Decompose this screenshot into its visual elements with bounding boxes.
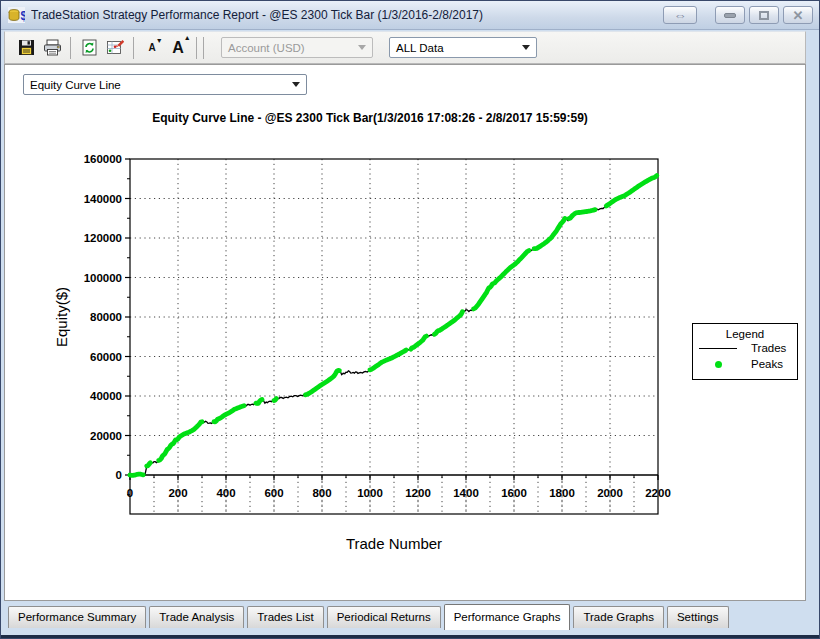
- report-tabbar: Performance SummaryTrade AnalysisTrades …: [8, 604, 806, 631]
- peaks-markers: [569, 210, 595, 219]
- peaks-markers: [370, 350, 406, 370]
- tab-settings[interactable]: Settings: [667, 606, 729, 628]
- peaks-markers: [256, 400, 262, 404]
- data-range-combobox[interactable]: ALL Data: [389, 37, 537, 58]
- print-button[interactable]: [39, 36, 65, 60]
- toolbar-separator: [70, 37, 71, 59]
- report-settings-icon: [106, 39, 124, 56]
- graph-type-combobox-value: Equity Curve Line: [30, 79, 121, 91]
- close-icon: ✕: [793, 9, 804, 22]
- peaks-markers: [306, 370, 340, 395]
- svg-text:$: $: [21, 9, 26, 23]
- save-icon: [18, 39, 35, 56]
- legend-entry-peaks: Peaks: [693, 356, 797, 372]
- x-tick-label: 1400: [453, 487, 479, 499]
- account-combobox[interactable]: Account (USD): [221, 37, 373, 58]
- report-settings-button[interactable]: [102, 36, 128, 60]
- x-tick-label: 800: [312, 487, 331, 499]
- x-tick-label: 1600: [501, 487, 527, 499]
- tab-periodical-returns[interactable]: Periodical Returns: [327, 606, 441, 628]
- account-combobox-value: Account (USD): [228, 42, 305, 54]
- peaks-markers: [434, 312, 462, 335]
- y-tick-label: 0: [116, 469, 122, 481]
- chevron-down-icon: [358, 45, 366, 50]
- increase-font-button[interactable]: A▲: [165, 36, 191, 60]
- y-tick-label: 140000: [84, 193, 122, 205]
- legend-label-trades: Trades: [751, 342, 786, 354]
- x-tick-label: 1200: [405, 487, 431, 499]
- y-tick-label: 160000: [84, 153, 122, 165]
- chevron-down-icon: [522, 45, 530, 50]
- y-tick-label: 20000: [90, 430, 122, 442]
- tab-performance-summary[interactable]: Performance Summary: [8, 606, 146, 628]
- tab-trade-graphs[interactable]: Trade Graphs: [573, 606, 664, 628]
- graph-type-combobox[interactable]: Equity Curve Line: [23, 74, 307, 95]
- legend-label-peaks: Peaks: [751, 358, 783, 370]
- x-tick-label: 1000: [357, 487, 383, 499]
- equity-curve-chart: 0200400600800100012001400160018002000220…: [5, 105, 807, 602]
- restore-button[interactable]: [749, 6, 779, 24]
- refresh-button[interactable]: [76, 36, 102, 60]
- y-axis-title: Equity($): [53, 287, 70, 347]
- double-horizontal-arrow-icon: ⇔: [674, 8, 687, 23]
- print-icon: [43, 39, 62, 56]
- x-tick-label: 1800: [549, 487, 575, 499]
- peaks-markers: [474, 251, 529, 309]
- x-axis-title: Trade Number: [346, 535, 442, 552]
- toolbar: A▼ A▲ Account (USD) ALL Data: [4, 31, 806, 64]
- x-tick-label: 2000: [597, 487, 623, 499]
- tab-performance-graphs[interactable]: Performance Graphs: [444, 604, 571, 630]
- y-tick-label: 60000: [90, 351, 122, 363]
- title-bar[interactable]: $ TradeStation Strategy Performance Repo…: [1, 1, 819, 30]
- data-range-combobox-value: ALL Data: [396, 42, 444, 54]
- legend-entry-trades: Trades: [693, 340, 797, 356]
- window-title: TradeStation Strategy Performance Report…: [31, 8, 663, 22]
- peaks-markers: [411, 336, 427, 349]
- chart-legend: Legend Trades Peaks: [692, 323, 798, 380]
- toolbar-separator: [133, 37, 134, 59]
- trades-line: [130, 176, 657, 476]
- x-tick-label: 600: [264, 487, 283, 499]
- decrease-font-button[interactable]: A▼: [139, 36, 165, 60]
- dock-toggle-button[interactable]: ⇔: [663, 6, 697, 24]
- restore-icon: [759, 11, 769, 20]
- peaks-markers: [159, 422, 202, 461]
- x-tick-label: 200: [168, 487, 187, 499]
- toolbar-separator: [203, 37, 204, 59]
- refresh-icon: [81, 39, 98, 56]
- peaks-markers: [274, 399, 276, 401]
- x-tick-label: 2200: [645, 487, 671, 499]
- y-tick-label: 100000: [84, 272, 122, 284]
- increase-font-icon: A▲: [172, 39, 184, 57]
- peaks-markers: [147, 463, 151, 466]
- y-tick-label: 40000: [90, 390, 122, 402]
- y-tick-label: 80000: [90, 311, 122, 323]
- app-icon: $: [8, 7, 25, 23]
- window-bottom-edge: [1, 635, 819, 638]
- app-window: $ TradeStation Strategy Performance Repo…: [0, 0, 820, 639]
- chevron-down-icon: [292, 82, 300, 87]
- peaks-markers: [130, 474, 143, 475]
- minimize-icon: [724, 13, 736, 18]
- toolbar-separator: [196, 37, 197, 59]
- save-button[interactable]: [13, 36, 39, 60]
- x-tick-label: 400: [216, 487, 235, 499]
- peaks-dot-sample: [715, 361, 722, 368]
- trades-line-sample: [699, 348, 737, 349]
- decrease-font-icon: A▼: [148, 42, 155, 53]
- tab-trade-analysis[interactable]: Trade Analysis: [149, 606, 244, 628]
- peaks-markers: [534, 218, 565, 248]
- legend-title: Legend: [693, 328, 797, 340]
- minimize-button[interactable]: [715, 6, 745, 24]
- peaks-markers: [214, 406, 244, 422]
- y-tick-label: 120000: [84, 232, 122, 244]
- tab-trades-list[interactable]: Trades List: [247, 606, 323, 628]
- report-panel: Equity Curve Line Equity Curve Line - @E…: [4, 64, 806, 601]
- x-tick-label: 0: [127, 487, 133, 499]
- peaks-markers: [606, 176, 657, 206]
- close-button[interactable]: ✕: [783, 6, 813, 24]
